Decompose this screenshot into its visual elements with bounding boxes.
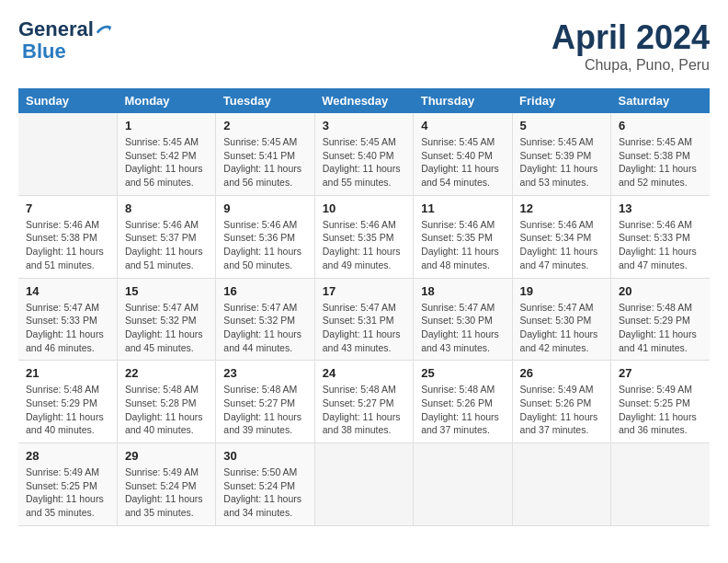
day-number: 10 xyxy=(323,201,405,215)
calendar-cell: 8Sunrise: 5:46 AM Sunset: 5:37 PM Daylig… xyxy=(117,195,215,278)
calendar-cell: 12Sunrise: 5:46 AM Sunset: 5:34 PM Dayli… xyxy=(512,195,610,278)
calendar-cell: 16Sunrise: 5:47 AM Sunset: 5:32 PM Dayli… xyxy=(216,278,314,361)
week-row-1: 1Sunrise: 5:45 AM Sunset: 5:42 PM Daylig… xyxy=(18,113,710,195)
calendar-cell xyxy=(414,443,512,526)
month-title: April 2024 xyxy=(552,18,710,57)
day-info: Sunrise: 5:47 AM Sunset: 5:32 PM Dayligh… xyxy=(223,301,306,355)
calendar-cell: 6Sunrise: 5:45 AM Sunset: 5:38 PM Daylig… xyxy=(611,113,710,195)
day-info: Sunrise: 5:45 AM Sunset: 5:40 PM Dayligh… xyxy=(323,135,405,190)
day-number: 24 xyxy=(323,366,405,380)
day-info: Sunrise: 5:45 AM Sunset: 5:38 PM Dayligh… xyxy=(619,135,702,190)
day-info: Sunrise: 5:45 AM Sunset: 5:42 PM Dayligh… xyxy=(125,135,208,190)
day-number: 25 xyxy=(421,366,504,380)
day-number: 6 xyxy=(619,119,702,132)
day-number: 23 xyxy=(223,366,306,380)
calendar-cell: 11Sunrise: 5:46 AM Sunset: 5:35 PM Dayli… xyxy=(414,195,512,278)
day-info: Sunrise: 5:48 AM Sunset: 5:27 PM Dayligh… xyxy=(323,383,405,437)
day-number: 4 xyxy=(421,119,504,132)
weekday-header-thursday: Thursday xyxy=(414,88,512,113)
calendar-cell: 13Sunrise: 5:46 AM Sunset: 5:33 PM Dayli… xyxy=(611,195,710,278)
weekday-header-saturday: Saturday xyxy=(611,88,710,113)
day-number: 13 xyxy=(619,201,702,215)
day-number: 28 xyxy=(26,449,109,463)
day-number: 7 xyxy=(26,201,109,215)
day-info: Sunrise: 5:45 AM Sunset: 5:39 PM Dayligh… xyxy=(520,135,603,190)
weekday-header-tuesday: Tuesday xyxy=(216,88,314,113)
svg-marker-0 xyxy=(108,26,112,31)
logo-icon xyxy=(96,21,112,38)
day-info: Sunrise: 5:47 AM Sunset: 5:33 PM Dayligh… xyxy=(26,301,109,355)
calendar-cell: 29Sunrise: 5:49 AM Sunset: 5:24 PM Dayli… xyxy=(117,443,215,526)
day-info: Sunrise: 5:46 AM Sunset: 5:34 PM Dayligh… xyxy=(520,218,603,272)
day-number: 16 xyxy=(223,284,306,298)
day-number: 20 xyxy=(619,284,702,298)
day-info: Sunrise: 5:46 AM Sunset: 5:35 PM Dayligh… xyxy=(323,218,405,272)
location: Chupa, Puno, Peru xyxy=(552,57,710,74)
calendar-cell: 19Sunrise: 5:47 AM Sunset: 5:30 PM Dayli… xyxy=(512,278,610,361)
calendar-cell: 21Sunrise: 5:48 AM Sunset: 5:29 PM Dayli… xyxy=(18,361,117,443)
calendar-cell: 14Sunrise: 5:47 AM Sunset: 5:33 PM Dayli… xyxy=(18,278,117,361)
day-info: Sunrise: 5:45 AM Sunset: 5:40 PM Dayligh… xyxy=(421,135,504,190)
calendar-cell: 15Sunrise: 5:47 AM Sunset: 5:32 PM Dayli… xyxy=(117,278,215,361)
day-info: Sunrise: 5:48 AM Sunset: 5:29 PM Dayligh… xyxy=(26,383,109,437)
day-number: 1 xyxy=(125,119,208,132)
calendar-cell: 4Sunrise: 5:45 AM Sunset: 5:40 PM Daylig… xyxy=(414,113,512,195)
calendar-cell xyxy=(314,443,413,526)
day-info: Sunrise: 5:49 AM Sunset: 5:25 PM Dayligh… xyxy=(619,383,702,437)
calendar-cell: 28Sunrise: 5:49 AM Sunset: 5:25 PM Dayli… xyxy=(18,443,117,526)
day-info: Sunrise: 5:49 AM Sunset: 5:26 PM Dayligh… xyxy=(520,383,603,437)
weekday-header-wednesday: Wednesday xyxy=(314,88,413,113)
week-row-2: 7Sunrise: 5:46 AM Sunset: 5:38 PM Daylig… xyxy=(18,195,710,278)
day-info: Sunrise: 5:47 AM Sunset: 5:32 PM Dayligh… xyxy=(125,301,208,355)
calendar-cell: 2Sunrise: 5:45 AM Sunset: 5:41 PM Daylig… xyxy=(216,113,314,195)
logo-general: General xyxy=(18,18,94,40)
weekday-header-row: SundayMondayTuesdayWednesdayThursdayFrid… xyxy=(18,88,710,113)
day-number: 29 xyxy=(125,449,208,463)
day-info: Sunrise: 5:46 AM Sunset: 5:36 PM Dayligh… xyxy=(223,218,306,272)
calendar-cell: 20Sunrise: 5:48 AM Sunset: 5:29 PM Dayli… xyxy=(611,278,710,361)
calendar-cell xyxy=(18,113,117,195)
week-row-3: 14Sunrise: 5:47 AM Sunset: 5:33 PM Dayli… xyxy=(18,278,710,361)
calendar-cell: 23Sunrise: 5:48 AM Sunset: 5:27 PM Dayli… xyxy=(216,361,314,443)
day-info: Sunrise: 5:48 AM Sunset: 5:29 PM Dayligh… xyxy=(619,301,702,355)
calendar-cell: 18Sunrise: 5:47 AM Sunset: 5:30 PM Dayli… xyxy=(414,278,512,361)
calendar-cell: 25Sunrise: 5:48 AM Sunset: 5:26 PM Dayli… xyxy=(414,361,512,443)
day-info: Sunrise: 5:48 AM Sunset: 5:28 PM Dayligh… xyxy=(125,383,208,437)
calendar-cell xyxy=(512,443,610,526)
week-row-4: 21Sunrise: 5:48 AM Sunset: 5:29 PM Dayli… xyxy=(18,361,710,443)
calendar-cell: 30Sunrise: 5:50 AM Sunset: 5:24 PM Dayli… xyxy=(216,443,314,526)
day-info: Sunrise: 5:47 AM Sunset: 5:31 PM Dayligh… xyxy=(323,301,405,355)
day-number: 15 xyxy=(125,284,208,298)
day-number: 19 xyxy=(520,284,603,298)
logo-blue: Blue xyxy=(22,40,66,63)
calendar-cell: 26Sunrise: 5:49 AM Sunset: 5:26 PM Dayli… xyxy=(512,361,610,443)
day-info: Sunrise: 5:46 AM Sunset: 5:35 PM Dayligh… xyxy=(421,218,504,272)
page-header: General Blue April 2024 Chupa, Puno, Per… xyxy=(18,18,710,74)
day-number: 8 xyxy=(125,201,208,215)
day-info: Sunrise: 5:49 AM Sunset: 5:24 PM Dayligh… xyxy=(125,465,208,520)
calendar-cell: 10Sunrise: 5:46 AM Sunset: 5:35 PM Dayli… xyxy=(314,195,413,278)
day-info: Sunrise: 5:47 AM Sunset: 5:30 PM Dayligh… xyxy=(520,301,603,355)
day-number: 27 xyxy=(619,366,702,380)
logo: General Blue xyxy=(18,18,112,63)
day-info: Sunrise: 5:49 AM Sunset: 5:25 PM Dayligh… xyxy=(26,465,109,520)
weekday-header-friday: Friday xyxy=(512,88,610,113)
day-number: 26 xyxy=(520,366,603,380)
day-info: Sunrise: 5:45 AM Sunset: 5:41 PM Dayligh… xyxy=(223,135,306,190)
calendar-cell: 27Sunrise: 5:49 AM Sunset: 5:25 PM Dayli… xyxy=(611,361,710,443)
calendar-cell: 7Sunrise: 5:46 AM Sunset: 5:38 PM Daylig… xyxy=(18,195,117,278)
week-row-5: 28Sunrise: 5:49 AM Sunset: 5:25 PM Dayli… xyxy=(18,443,710,526)
calendar-cell: 22Sunrise: 5:48 AM Sunset: 5:28 PM Dayli… xyxy=(117,361,215,443)
day-info: Sunrise: 5:46 AM Sunset: 5:37 PM Dayligh… xyxy=(125,218,208,272)
calendar-cell: 24Sunrise: 5:48 AM Sunset: 5:27 PM Dayli… xyxy=(314,361,413,443)
title-block: April 2024 Chupa, Puno, Peru xyxy=(552,18,710,74)
day-info: Sunrise: 5:47 AM Sunset: 5:30 PM Dayligh… xyxy=(421,301,504,355)
day-info: Sunrise: 5:46 AM Sunset: 5:33 PM Dayligh… xyxy=(619,218,702,272)
day-number: 18 xyxy=(421,284,504,298)
day-info: Sunrise: 5:48 AM Sunset: 5:27 PM Dayligh… xyxy=(223,383,306,437)
day-number: 21 xyxy=(26,366,109,380)
weekday-header-monday: Monday xyxy=(117,88,215,113)
calendar-table: SundayMondayTuesdayWednesdayThursdayFrid… xyxy=(18,88,710,526)
day-number: 17 xyxy=(323,284,405,298)
calendar-cell: 17Sunrise: 5:47 AM Sunset: 5:31 PM Dayli… xyxy=(314,278,413,361)
